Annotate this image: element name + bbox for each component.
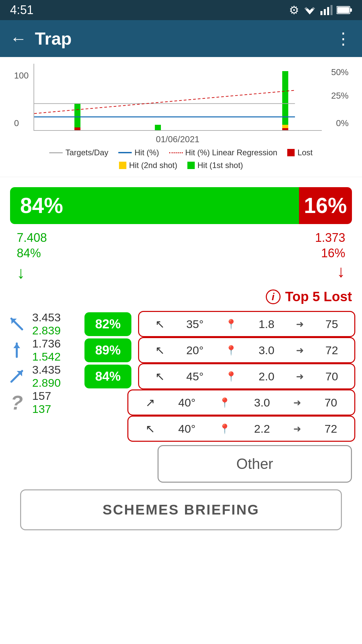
pin-icon-1: 📍 xyxy=(225,319,237,330)
lost-height-2: 3.0 xyxy=(258,344,274,357)
lost-box-content-1: ↖ 35° 📍 1.8 ➜ 75 xyxy=(147,317,346,331)
pin-icon-2: 📍 xyxy=(225,345,237,356)
chart-area: 100 0 50% 25% 0% xyxy=(0,57,362,177)
legend-lost-rect xyxy=(287,149,295,156)
legend-hit-2nd-rect xyxy=(119,162,126,169)
left-stat-3: 3.435 2.890 84% xyxy=(7,363,131,389)
legend-lost-label: Lost xyxy=(297,148,312,157)
svg-line-11 xyxy=(34,90,295,113)
lost-box-content-5: ↖ 40° 📍 2.2 ➜ 72 xyxy=(136,422,346,435)
data-row-3: 3.435 2.890 84% ↖ 45° 📍 2.0 ➜ 70 xyxy=(0,363,362,389)
right-lost-5: ↖ 40° 📍 2.2 ➜ 72 xyxy=(127,416,355,442)
pct-badge-2: 89% xyxy=(84,338,131,362)
legend-hit-pct-label: Hit (%) xyxy=(134,148,159,157)
legend-targets-label: Targets/Day xyxy=(65,148,108,157)
lost-height-1: 1.8 xyxy=(258,318,274,331)
direction-unknown-4: ? xyxy=(7,392,27,413)
stat-numbers-2: 1.736 1.542 xyxy=(32,337,79,363)
left-stat-4: ? 157 137 xyxy=(7,389,121,416)
other-button[interactable]: Other xyxy=(158,445,352,483)
schemes-briefing-button[interactable]: SCHEMES BRIEFING xyxy=(20,489,342,530)
pin-icon-3: 📍 xyxy=(225,371,237,382)
lost-box-3[interactable]: ↖ 45° 📍 2.0 ➜ 70 xyxy=(138,363,355,389)
legend-targets-line xyxy=(49,152,63,153)
legend-hit-2nd-label: Hit (2nd shot) xyxy=(129,161,177,170)
svg-rect-2 xyxy=(320,11,322,15)
direction-up-left-1 xyxy=(7,314,27,334)
stat-total-1: 3.453 xyxy=(32,311,79,324)
svg-rect-8 xyxy=(337,7,349,13)
stats-left-arrow: ↓ xyxy=(17,263,47,282)
hit-bar-green: 84% xyxy=(10,187,299,224)
lost-box-content-2: ↖ 20° 📍 3.0 ➜ 72 xyxy=(147,343,346,357)
lost-box-1[interactable]: ↖ 35° 📍 1.8 ➜ 75 xyxy=(138,311,355,337)
lost-arrow-3: ↖ xyxy=(155,370,165,383)
chart-legend: Targets/Day Hit (%) Hit (%) Linear Regre… xyxy=(10,145,352,173)
lost-angle-3: 45° xyxy=(186,370,203,383)
pct-badge-1: 82% xyxy=(84,312,131,336)
stats-left-pct: 84% xyxy=(17,246,47,260)
lost-arrow-4: ↗ xyxy=(145,396,155,409)
lost-arrow-5: ↖ xyxy=(145,422,155,435)
legend-targets: Targets/Day xyxy=(49,148,108,157)
lost-angle-5: 40° xyxy=(178,422,195,435)
hit-percentage: 84% xyxy=(20,193,63,218)
pin-icon-4: 📍 xyxy=(219,397,231,408)
lost-box-content-4: ↗ 40° 📍 3.0 ➜ 70 xyxy=(136,396,346,409)
pct-badge-3: 84% xyxy=(84,365,131,388)
stat-total-2: 1.736 xyxy=(32,337,79,350)
svg-rect-5 xyxy=(330,5,333,15)
svg-rect-7 xyxy=(350,8,352,12)
legend-lost: Lost xyxy=(287,148,312,157)
arrow-up-icon-2 xyxy=(7,341,26,360)
chart-y-100: 100 xyxy=(14,70,28,81)
data-row-1: 3.453 2.839 82% ↖ 35° 📍 1.8 ➜ 75 xyxy=(0,311,362,337)
status-icons: ⚙ xyxy=(289,3,352,17)
lost-height-3: 2.0 xyxy=(258,370,274,383)
stats-right: 1.373 16% ↓ xyxy=(315,231,345,282)
legend-hit-1st-label: Hit (1st shot) xyxy=(197,161,243,170)
right-lost-1: ↖ 35° 📍 1.8 ➜ 75 xyxy=(138,311,355,337)
signal-icon xyxy=(320,5,333,15)
stats-left-number: 7.408 xyxy=(17,231,47,245)
lost-arrow-1: ↖ xyxy=(155,317,165,331)
info-icon: i xyxy=(266,289,281,304)
stat-numbers-3: 3.435 2.890 xyxy=(32,363,79,389)
hit-bar: 84% 16% xyxy=(10,187,352,224)
legend-hit-2nd: Hit (2nd shot) xyxy=(119,161,177,170)
data-row-2: 1.736 1.542 89% ↖ 20° 📍 3.0 ➜ 72 xyxy=(0,337,362,363)
top-bar: ← Trap ⋮ xyxy=(0,20,362,57)
chart-line xyxy=(34,64,295,130)
lost-dist-2: 72 xyxy=(325,344,338,357)
lost-angle-2: 20° xyxy=(186,344,203,357)
stat-hit-2: 1.542 xyxy=(32,350,79,363)
chart-date: 01/06/2021 xyxy=(34,134,322,145)
stat-numbers-4: 157 137 xyxy=(32,389,79,416)
svg-marker-15 xyxy=(13,343,20,348)
stats-right-number: 1.373 xyxy=(315,231,345,245)
battery-icon xyxy=(337,6,352,14)
stat-total-3: 3.435 xyxy=(32,363,79,376)
data-row-5: ↖ 40° 📍 2.2 ➜ 72 xyxy=(0,416,362,442)
left-stat-2: 1.736 1.542 89% xyxy=(7,337,131,363)
lost-box-5[interactable]: ↖ 40° 📍 2.2 ➜ 72 xyxy=(127,416,355,442)
status-bar: 4:51 ⚙ xyxy=(0,0,362,20)
top5-label: Top 5 Lost xyxy=(285,289,352,304)
stats-row: 7.408 84% ↓ 1.373 16% ↓ xyxy=(0,231,362,282)
menu-button[interactable]: ⋮ xyxy=(335,29,352,48)
wifi-icon xyxy=(303,5,316,15)
lost-dist-5: 72 xyxy=(324,422,337,435)
lost-box-2[interactable]: ↖ 20° 📍 3.0 ➜ 72 xyxy=(138,337,355,363)
chart-container: 100 0 50% 25% 0% xyxy=(34,64,322,131)
back-button[interactable]: ← xyxy=(10,30,27,47)
lost-angle-4: 40° xyxy=(178,396,195,409)
stat-hit-3: 2.890 xyxy=(32,376,79,389)
lost-dist-1: 75 xyxy=(325,318,338,331)
direction-up-right-3 xyxy=(7,366,27,386)
arrow-right-2: ➜ xyxy=(296,345,304,356)
lost-box-4[interactable]: ↗ 40° 📍 3.0 ➜ 70 xyxy=(127,389,355,416)
lost-height-5: 2.2 xyxy=(254,422,270,435)
legend-hit-1st-rect xyxy=(187,162,195,169)
stat-total-4: 157 xyxy=(32,389,79,402)
stats-left: 7.408 84% ↓ xyxy=(17,231,47,282)
